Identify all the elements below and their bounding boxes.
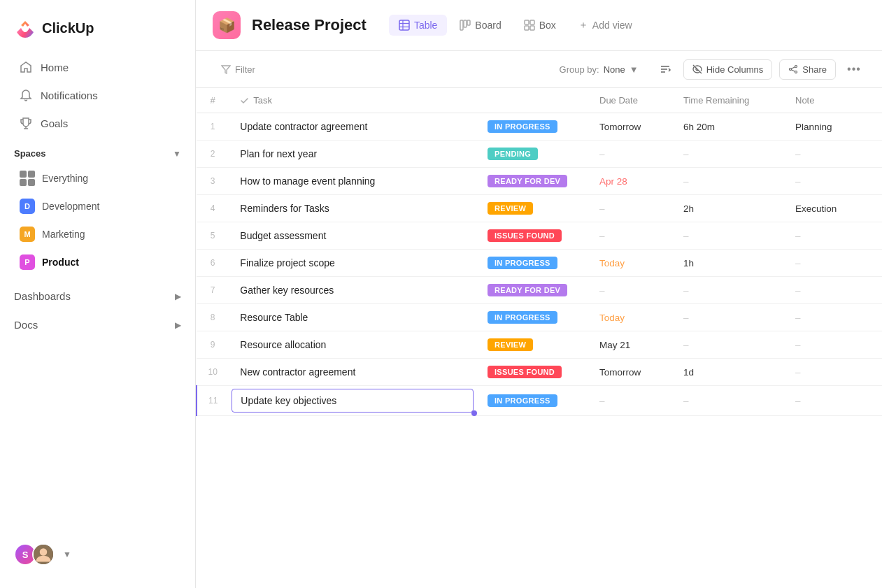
cell-status[interactable]: IN PROGRESS — [476, 386, 588, 416]
tab-table[interactable]: Table — [389, 15, 447, 36]
svg-point-18 — [795, 71, 797, 73]
group-by-chevron: ▼ — [630, 64, 639, 75]
home-label: Home — [41, 62, 69, 73]
plus-icon: ＋ — [578, 19, 588, 31]
cell-task[interactable]: Plan for next year — [229, 141, 476, 168]
spaces-section-header[interactable]: Spaces ▼ — [0, 137, 195, 164]
development-label: Development — [42, 201, 100, 212]
marketing-label: Marketing — [42, 229, 85, 240]
cell-time-remaining: 6h 20m — [672, 113, 784, 141]
cell-status[interactable]: READY FOR DEV — [476, 277, 588, 304]
hide-columns-button[interactable]: Hide Columns — [683, 59, 773, 80]
cell-time-remaining: 1d — [672, 359, 784, 386]
clickup-logo-icon — [14, 17, 36, 39]
cell-status[interactable]: ISSUES FOUND — [476, 359, 588, 386]
sidebar-item-dashboards[interactable]: Dashboards ▶ — [0, 282, 195, 310]
cell-task[interactable]: Finalize project scope — [229, 250, 476, 277]
table-row[interactable]: 2 Plan for next year PENDING – – – — [197, 141, 882, 168]
svg-point-16 — [795, 66, 797, 68]
tab-board[interactable]: Board — [450, 15, 511, 36]
cell-num: 8 — [197, 304, 229, 331]
user-avatar-photo[interactable] — [32, 543, 55, 566]
sidebar-item-marketing[interactable]: M Marketing — [6, 221, 190, 248]
add-view-button[interactable]: ＋ Add view — [569, 14, 642, 36]
status-badge: REVIEW — [488, 202, 533, 215]
project-title: Release Project — [252, 16, 367, 34]
share-label: Share — [802, 64, 827, 75]
tab-box-label: Box — [539, 20, 556, 31]
cell-task[interactable]: New contractor agreement — [229, 359, 476, 386]
cell-num: 4 — [197, 195, 229, 222]
cell-note: – — [784, 386, 882, 416]
cell-note: – — [784, 304, 882, 331]
cell-task[interactable]: Gather key resources — [229, 277, 476, 304]
status-badge: ISSUES FOUND — [488, 229, 562, 242]
cell-task[interactable]: How to manage event planning — [229, 168, 476, 195]
sidebar-item-goals[interactable]: Goals — [6, 110, 190, 136]
cell-task[interactable]: Reminders for Tasks — [229, 195, 476, 222]
table-row[interactable]: 8 Resource Table IN PROGRESS Today – – — [197, 304, 882, 331]
sidebar-item-docs[interactable]: Docs ▶ — [0, 310, 195, 339]
table-row[interactable]: 11 Update key objectives IN PROGRESS – –… — [197, 386, 882, 416]
cell-status[interactable]: READY FOR DEV — [476, 168, 588, 195]
cell-task[interactable]: Update key objectives — [229, 386, 476, 416]
cell-task[interactable]: Resource Table — [229, 304, 476, 331]
cell-due-date: Apr 28 — [588, 168, 672, 195]
cell-status[interactable]: IN PROGRESS — [476, 113, 588, 141]
ellipsis-icon: ••• — [847, 63, 861, 76]
filter-button[interactable]: Filter — [213, 60, 264, 79]
table-row[interactable]: 1 Update contractor agreement IN PROGRES… — [197, 113, 882, 141]
cell-time-remaining: – — [672, 386, 784, 416]
table-row[interactable]: 4 Reminders for Tasks REVIEW – 2h Execut… — [197, 195, 882, 222]
sidebar-item-notifications[interactable]: Notifications — [6, 82, 190, 108]
more-options-button[interactable]: ••• — [843, 58, 865, 80]
cell-task[interactable]: Budget assessment — [229, 222, 476, 250]
cell-num: 6 — [197, 250, 229, 277]
sort-button[interactable] — [654, 58, 676, 80]
cell-status[interactable]: ISSUES FOUND — [476, 222, 588, 250]
status-badge: REVIEW — [488, 338, 533, 351]
table-row[interactable]: 5 Budget assessment ISSUES FOUND – – – — [197, 222, 882, 250]
cell-task[interactable]: Resource allocation — [229, 331, 476, 359]
cell-due-date: – — [588, 141, 672, 168]
cell-num: 11 — [197, 386, 229, 416]
table-row[interactable]: 9 Resource allocation REVIEW May 21 – – — [197, 331, 882, 359]
sidebar-item-product[interactable]: P Product — [6, 249, 190, 275]
cell-due-date: Tomorrow — [588, 359, 672, 386]
user-menu-chevron[interactable]: ▼ — [63, 550, 71, 559]
cell-status[interactable]: PENDING — [476, 141, 588, 168]
cell-status[interactable]: REVIEW — [476, 195, 588, 222]
board-icon — [460, 20, 471, 31]
hide-columns-label: Hide Columns — [706, 64, 764, 75]
cell-status[interactable]: REVIEW — [476, 331, 588, 359]
svg-rect-2 — [399, 20, 409, 30]
group-by-value: None — [604, 64, 625, 75]
cell-task[interactable]: Update contractor agreement — [229, 113, 476, 141]
table-row[interactable]: 7 Gather key resources READY FOR DEV – –… — [197, 277, 882, 304]
status-badge: IN PROGRESS — [488, 311, 557, 324]
cell-status[interactable]: IN PROGRESS — [476, 304, 588, 331]
group-by-button[interactable]: Group by: None ▼ — [551, 60, 647, 79]
sidebar-item-home[interactable]: Home — [6, 54, 190, 80]
svg-rect-10 — [530, 20, 534, 24]
table-row[interactable]: 3 How to manage event planning READY FOR… — [197, 168, 882, 195]
cell-status[interactable]: IN PROGRESS — [476, 250, 588, 277]
eye-off-icon — [692, 64, 702, 74]
cell-time-remaining: – — [672, 222, 784, 250]
sidebar-item-everything[interactable]: Everything — [6, 165, 190, 192]
share-button[interactable]: Share — [779, 59, 836, 80]
status-badge: IN PROGRESS — [488, 120, 557, 133]
spaces-chevron: ▼ — [173, 149, 181, 159]
product-label: Product — [42, 257, 79, 268]
cell-num: 5 — [197, 222, 229, 250]
svg-line-19 — [792, 67, 795, 69]
table-row[interactable]: 6 Finalize project scope IN PROGRESS Tod… — [197, 250, 882, 277]
logo-area: ClickUp — [0, 11, 195, 53]
tab-box[interactable]: Box — [514, 15, 566, 36]
sidebar-item-development[interactable]: D Development — [6, 193, 190, 220]
table-row[interactable]: 10 New contractor agreement ISSUES FOUND… — [197, 359, 882, 386]
col-header-status — [476, 88, 588, 113]
cell-due-date: Today — [588, 304, 672, 331]
status-badge: READY FOR DEV — [488, 175, 567, 187]
cell-note: – — [784, 359, 882, 386]
